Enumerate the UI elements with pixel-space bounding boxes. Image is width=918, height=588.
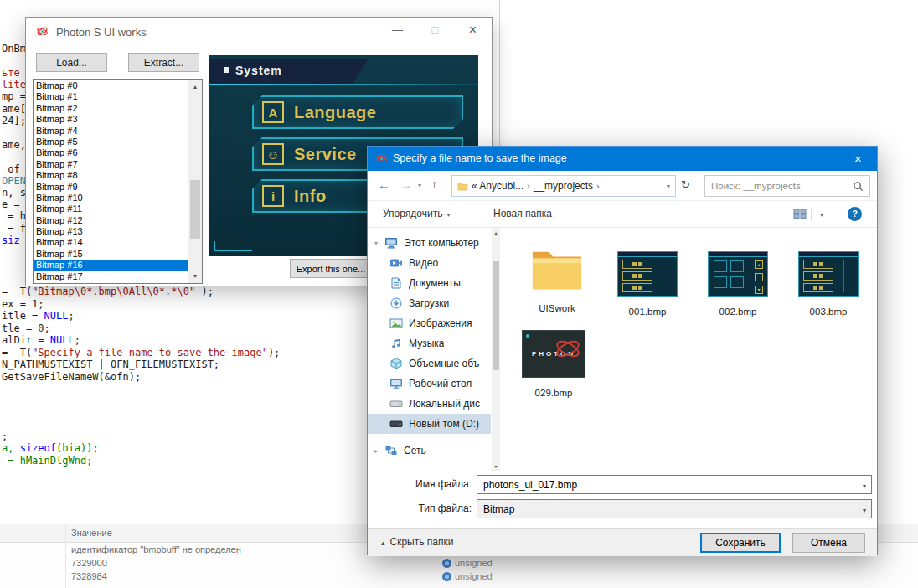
sidebar-item-disk[interactable]: Локальный дис (368, 394, 491, 414)
sidebar-item-volume[interactable]: Новый том (D:) (368, 414, 491, 434)
address-chevron-icon[interactable]: ▾ (667, 183, 670, 190)
bitmap-list-scrollbar[interactable]: ▴ ▾ (188, 80, 202, 283)
bitmap-list-item[interactable]: Bitmap #14 (34, 237, 188, 248)
sidebar-item-computer[interactable]: ▾Этот компьютер (368, 233, 491, 253)
nav-scroll-down-icon[interactable]: ▾ (492, 463, 500, 469)
sidebar-item-label: Локальный дис (409, 398, 480, 410)
dialog-titlebar[interactable]: Specify a file name to save the image × (368, 147, 877, 171)
breadcrumb-overflow-indicator[interactable]: « (472, 180, 479, 192)
bitmap-list-item[interactable]: Bitmap #11 (34, 204, 188, 214)
sidebar-item-desktop[interactable]: Рабочий стол (368, 374, 491, 394)
bitmap-list-item[interactable]: Bitmap #9 (34, 182, 188, 193)
code-line: OPEN (2, 175, 26, 187)
dialog-close-button[interactable]: × (839, 147, 877, 171)
view-mode-button[interactable]: ▾ (793, 208, 823, 222)
photon-titlebar[interactable]: Photon S UI works — □ × (26, 18, 492, 46)
hide-folders-button[interactable]: ▴Скрыть папки (381, 536, 453, 548)
scroll-down-icon[interactable]: ▾ (188, 269, 202, 283)
recent-locations-chevron-icon[interactable]: ▾ (418, 182, 421, 189)
watch-row-value: 7329000 (71, 558, 107, 568)
sidebar-item-label: Загрузки (409, 297, 449, 309)
bitmap-list-item[interactable]: Bitmap #13 (34, 226, 188, 237)
watch-row[interactable]: 7329000unsigned (0, 557, 918, 570)
file-item-001.bmp[interactable]: 001.bmp (607, 251, 688, 317)
thumbnails-view-icon[interactable] (793, 208, 807, 222)
file-item-UISwork[interactable]: UISwork (517, 245, 597, 313)
close-button[interactable]: × (454, 18, 492, 43)
file-item-029.bmp[interactable]: PHOTON029.bmp (513, 330, 594, 398)
refresh-icon[interactable]: ↻ (681, 178, 690, 191)
file-item-002.bmp[interactable]: ▴▾002.bmp (698, 251, 778, 317)
maximize-button[interactable]: □ (416, 18, 454, 43)
filename-input[interactable]: photons_ui_017.bmp ▾ (477, 475, 872, 494)
filetype-label: Тип файла: (368, 503, 472, 514)
address-bar[interactable]: « Anycubi...›__myprojects› ▾ (451, 175, 676, 197)
up-icon[interactable]: ↑ (431, 178, 437, 191)
bitmap-list-item[interactable]: Bitmap #2 (34, 103, 188, 114)
organize-button[interactable]: Упорядочить▾ (383, 208, 450, 219)
objects3d-icon (389, 358, 403, 369)
bitmap-list-item[interactable]: Bitmap #10 (34, 193, 188, 204)
bitmap-list-item[interactable]: Bitmap #8 (34, 170, 188, 181)
sidebar-item-network[interactable]: ▸Сеть (368, 441, 491, 461)
bitmap-list-item[interactable]: Bitmap #1 (34, 91, 188, 102)
sidebar-item-pictures[interactable]: Изображения (368, 313, 491, 333)
file-item-003.bmp[interactable]: 003.bmp (788, 251, 869, 317)
breadcrumb-segment[interactable]: __myprojects (534, 180, 593, 192)
bitmap-list-item[interactable]: Bitmap #5 (34, 137, 188, 147)
sidebar-item-downloads[interactable]: Загрузки (368, 293, 491, 313)
watch-row[interactable]: 7328984unsigned (0, 570, 918, 584)
bitmap-list-item[interactable]: Bitmap #16 (34, 260, 188, 271)
sidebar-item-objects3d[interactable]: Объемные объ (368, 353, 491, 374)
minimize-button[interactable]: — (379, 18, 416, 43)
breadcrumb-segment[interactable]: Anycubi... (479, 180, 523, 192)
help-icon[interactable]: ? (848, 207, 862, 221)
bitmap-list-item[interactable]: Bitmap #4 (34, 126, 188, 137)
file-name: 001.bmp (607, 307, 688, 317)
sidebar-item-documents[interactable]: Документы (368, 273, 491, 293)
forward-icon[interactable]: → (400, 178, 412, 192)
type-icon (442, 572, 451, 581)
load-button[interactable]: Load... (36, 53, 107, 72)
sidebar-item-music[interactable]: Музыка (368, 333, 491, 353)
view-chevron-icon[interactable]: ▾ (820, 211, 823, 219)
search-icon[interactable] (853, 181, 864, 192)
code-line: n, s (2, 187, 26, 199)
save-button[interactable]: Сохранить (700, 533, 781, 553)
thumb-divider-line (843, 260, 844, 292)
filename-value: photons_ui_017.bmp (483, 479, 577, 491)
thumb-arrow-button (755, 273, 763, 281)
bitmap-list-item[interactable]: Bitmap #0 (34, 80, 188, 91)
filetype-dropdown-icon[interactable]: ▾ (863, 507, 866, 514)
preview-header-title: System (235, 64, 282, 77)
watch-value-column-header: Значение (71, 528, 112, 538)
scrollbar-thumb[interactable] (190, 180, 200, 239)
code-line: N_PATHMUSTEXIST | OFN_FILEMUSTEXIST; (2, 358, 219, 370)
thumb-dot (526, 334, 529, 338)
extract-button[interactable]: Extract... (128, 53, 199, 72)
scroll-up-icon[interactable]: ▴ (188, 80, 202, 94)
bitmap-list-item[interactable]: Bitmap #15 (34, 249, 188, 260)
new-folder-button[interactable]: Новая папка (493, 208, 552, 219)
nav-scroll-up-icon[interactable]: ▴ (492, 230, 500, 235)
code-line: of (2, 163, 20, 175)
bitmap-list-item[interactable]: Bitmap #7 (34, 159, 188, 170)
sidebar-item-video[interactable]: Видео (368, 253, 491, 273)
bitmap-list-item[interactable]: Bitmap #12 (34, 215, 188, 226)
tree-expand-icon[interactable]: ▾ (374, 240, 384, 247)
export-button[interactable]: Export this one... (290, 259, 372, 278)
cancel-button[interactable]: Отмена (792, 533, 865, 553)
sidebar-item-label: Документы (409, 277, 461, 289)
filename-dropdown-icon[interactable]: ▾ (863, 482, 866, 490)
nav-scrollbar[interactable]: ▴ ▾ (492, 228, 500, 471)
bitmap-list-item[interactable]: Bitmap #17 (34, 271, 188, 282)
filetype-select[interactable]: Bitmap ▾ (477, 499, 872, 518)
thumb-menu-row (803, 260, 833, 269)
search-box[interactable]: Поиск: __myprojects (704, 175, 870, 197)
bitmap-list-item[interactable]: Bitmap #3 (34, 114, 188, 125)
tree-expand-icon[interactable]: ▸ (374, 447, 384, 455)
back-icon[interactable]: ← (378, 178, 390, 192)
bitmap-list-item[interactable]: Bitmap #6 (34, 147, 188, 158)
breadcrumb[interactable]: « Anycubi...›__myprojects› (472, 180, 603, 192)
nav-scrollbar-thumb[interactable] (493, 261, 499, 370)
